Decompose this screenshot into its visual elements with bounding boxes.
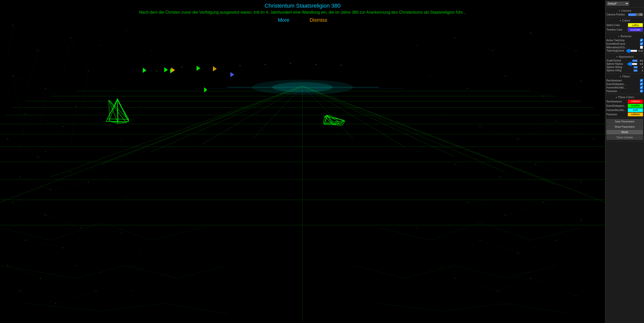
svg-line-126: [152, 228, 202, 240]
svg-point-86: [500, 177, 501, 178]
pc-personen-label: Personen: [606, 113, 628, 116]
active-twitching-row: Active Twitching: [606, 39, 643, 42]
twitching-extent-slider[interactable]: [626, 50, 637, 52]
svg-point-57: [37, 156, 38, 157]
pc-rechtswissen-row: Rechtswissen 0xff0000: [606, 100, 643, 103]
svg-point-61: [88, 182, 89, 183]
svg-point-103: [113, 88, 114, 89]
event-desc: Nach dem die Christen zuvor der Verfolgu…: [0, 10, 605, 15]
colors-section-header[interactable]: Colors: [606, 18, 643, 23]
svg-line-8: [38, 157, 71, 172]
pc-rechtswissen-swatch[interactable]: 0xff0000: [628, 100, 643, 103]
event-wireframe-label: EventWireFrame: [606, 42, 640, 45]
action-section: Save Parameters Show Parameters Reset Cl…: [605, 118, 644, 141]
event-wireframe-checkbox[interactable]: [640, 42, 643, 45]
scale-clicked-bar[interactable]: [632, 60, 637, 62]
svg-point-90: [505, 214, 506, 216]
show-parameters-button[interactable]: Show Parameters: [606, 124, 643, 129]
reset-button[interactable]: Reset: [606, 130, 643, 135]
camera-section-header[interactable]: Camera: [606, 8, 643, 13]
svg-point-215: [214, 68, 215, 69]
close-controls-button[interactable]: Close Controls: [606, 135, 643, 140]
svg-point-67: [7, 265, 8, 266]
svg-line-11: [13, 202, 45, 215]
alternative-onclick-checkbox[interactable]: [640, 46, 643, 49]
save-parameters-button[interactable]: Save Parameters: [606, 119, 643, 124]
camera-position-slider[interactable]: [628, 13, 636, 16]
svg-point-51: [45, 88, 46, 89]
rechtswissen-filter-label: Rechtswissen: [606, 79, 640, 82]
svg-point-214: [181, 67, 182, 68]
svg-point-101: [126, 30, 127, 31]
pc-zeitspann-swatch[interactable]: 0x00ff00: [628, 104, 643, 108]
svg-line-124: [51, 223, 101, 240]
svg-point-74: [492, 50, 493, 51]
svg-line-12: [45, 215, 81, 228]
svg-point-120: [417, 227, 417, 228]
svg-line-19: [25, 51, 38, 96]
svg-point-111: [121, 232, 122, 233]
svg-point-55: [45, 151, 46, 152]
svg-point-105: [96, 121, 97, 122]
filters-section: Filters Rechtswissen EventZeitspann... F…: [605, 73, 644, 94]
sphere-hseg-bar[interactable]: [634, 70, 637, 72]
pc-personen-swatch[interactable]: 0xffbb00: [628, 113, 643, 116]
pc-personen-row: Personen 0xffbb00: [606, 113, 643, 116]
svg-point-220: [341, 65, 342, 66]
active-twitching-checkbox[interactable]: [640, 39, 643, 42]
svg-point-121: [442, 265, 443, 266]
svg-point-63: [45, 214, 46, 216]
svg-line-4: [45, 89, 76, 106]
svg-point-112: [139, 253, 139, 253]
svg-point-50: [12, 75, 13, 76]
scale-clicked-label: ScaleClicked: [606, 59, 632, 62]
sphere-radius-slider[interactable]: [627, 63, 637, 65]
pc-formen-swatch[interactable]: 0x0ff: [628, 108, 643, 112]
behavior-section-header[interactable]: Behavior: [606, 34, 643, 38]
svg-line-36: [500, 164, 536, 177]
svg-line-142: [379, 304, 442, 311]
appearance-section-header[interactable]: Appearance: [606, 54, 643, 59]
more-button[interactable]: More: [278, 17, 290, 23]
plane-colors-section-header[interactable]: Plane Colors: [606, 95, 643, 99]
svg-marker-186: [213, 66, 217, 71]
behavior-section: Behavior Active Twitching EventWireFrame…: [605, 33, 644, 54]
svg-point-94: [517, 252, 518, 253]
select-color-swatch[interactable]: 0xffff06: [628, 23, 643, 27]
formen-rechtlic-filter-label: FormenRechtlic...: [606, 86, 640, 89]
camera-position-label: Camera Position: [606, 13, 628, 16]
svg-line-127: [0, 266, 76, 278]
svg-line-5: [25, 114, 63, 126]
svg-point-110: [96, 215, 97, 216]
svg-point-78: [505, 75, 506, 76]
svg-line-14: [8, 266, 40, 278]
svg-line-41: [480, 240, 518, 253]
svg-marker-183: [197, 66, 200, 71]
svg-point-65: [25, 240, 26, 241]
select-color-label: Select Color: [606, 24, 628, 27]
svg-line-159: [302, 86, 605, 202]
personen-filter-checkbox[interactable]: [640, 90, 643, 93]
event-title: Christentum Staatsreligion 380: [0, 3, 605, 9]
svg-line-16: [20, 291, 56, 304]
svg-line-26: [455, 38, 493, 51]
timeline-color-swatch[interactable]: 0x4228e6: [628, 28, 643, 32]
alternative-onclick-label: AlternativeOnCli...: [606, 46, 640, 49]
rechtswissen-filter-checkbox[interactable]: [640, 79, 643, 82]
svg-line-7: [8, 139, 38, 157]
svg-point-87: [535, 164, 536, 165]
svg-line-10: [51, 182, 88, 190]
dismiss-button[interactable]: Dismiss: [309, 17, 327, 23]
filters-section-header[interactable]: Filters: [606, 74, 643, 78]
sphere-wseg-bar[interactable]: [634, 66, 637, 68]
event-zeitspann-filter-checkbox[interactable]: [640, 82, 643, 85]
svg-point-73: [454, 37, 455, 38]
preset-dropdown[interactable]: Default*: [606, 2, 629, 6]
svg-line-33: [518, 121, 556, 139]
sphere-hseg-value: 3: [637, 69, 643, 72]
svg-line-9: [20, 177, 51, 190]
scale-clicked-row: ScaleClicked 2%: [606, 59, 643, 62]
formen-rechtlic-filter-checkbox[interactable]: [640, 86, 643, 89]
svg-line-25: [20, 114, 25, 157]
svg-line-161: [101, 86, 302, 164]
